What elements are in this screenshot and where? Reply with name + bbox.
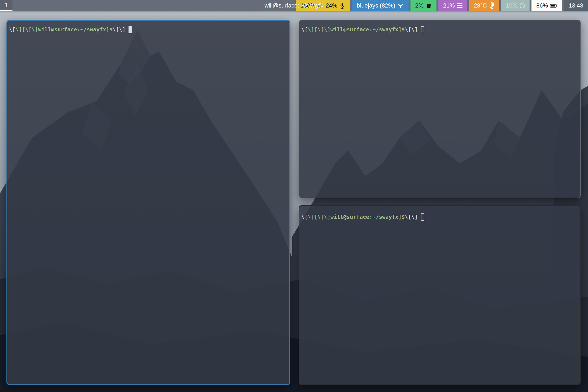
prompt-escape-pre: \[ [301,213,308,221]
wifi-icon [397,3,404,8]
chip-icon [426,3,432,9]
speaker-icon [318,3,324,9]
prompt-user-host: will@surface:~/swayfx]$ [38,26,112,34]
terminal-cursor [421,26,424,33]
terminal-window-focused[interactable]: \[\][\[\]will@surface:~/swayfx]$\[\] [6,20,290,385]
battery-level: 86% [536,2,548,9]
workspace-label: 1 [4,2,8,8]
shell-prompt: \[\][\[\]will@surface:~/swayfx]$\[\] [9,26,288,34]
temperature-module[interactable]: 28°C [469,0,499,12]
prompt-escape-mid: \][\[\] [16,26,38,34]
status-modules: 100% 24% bluejays (82%) [296,0,588,12]
prompt-escape-mid: \][\[\] [308,213,330,221]
microphone-level: 24% [326,2,337,9]
disk-usage: 10% [506,2,518,9]
prompt-user-host: will@surface:~/swayfx]$ [330,213,405,221]
prompt-escape-pre: \[ [9,26,16,34]
volume-module[interactable]: 100% 24% [296,0,350,12]
temperature-value: 28°C [474,2,487,9]
prompt-escape-mid: \][\[\] [308,26,330,34]
shell-prompt: \[\][\[\]will@surface:~/swayfx]$\[\] [301,213,578,221]
workspace-button-1[interactable]: 1 [0,0,12,12]
circle-icon [520,3,525,8]
battery-icon [550,4,557,8]
volume-level: 100% [300,2,315,9]
prompt-escape-post: \[\] [405,213,418,221]
status-bar: will@surface: ~/swayfx 1 100% 24% [0,0,588,12]
memory-usage: 21% [443,2,455,9]
cpu-module[interactable]: 2% [410,0,436,12]
prompt-escape-post: \[\] [112,26,126,34]
terminal-cursor [128,26,132,33]
clock-module[interactable]: 13:48 [564,0,588,12]
terminal-window-top-right[interactable]: \[\][\[\]will@surface:~/swayfx]$\[\] [299,20,581,198]
cpu-usage: 2% [415,2,424,9]
clock-time: 13:48 [569,2,583,9]
thermometer-icon [489,2,494,9]
disk-module[interactable]: 10% [501,0,530,12]
prompt-escape-post: \[\] [405,26,418,34]
microphone-icon [339,3,345,9]
prompt-escape-pre: \[ [301,26,308,34]
wifi-ssid-strength: bluejays (82%) [357,2,395,9]
shell-prompt: \[\][\[\]will@surface:~/swayfx]$\[\] [301,26,578,34]
terminal-window-bottom-right[interactable]: \[\][\[\]will@surface:~/swayfx]$\[\] [299,205,581,385]
memory-module[interactable]: 21% [438,0,467,12]
menu-bars-icon [457,4,462,8]
prompt-user-host: will@surface:~/swayfx]$ [330,26,405,34]
wifi-module[interactable]: bluejays (82%) [352,0,408,12]
terminal-cursor [421,214,424,221]
battery-module[interactable]: 86% [532,0,562,12]
